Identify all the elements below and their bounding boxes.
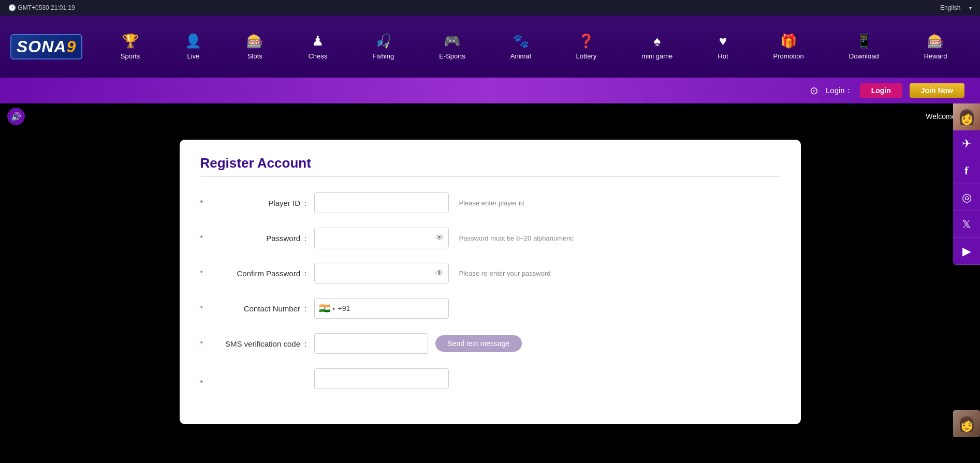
download-icon: 📱	[856, 33, 872, 49]
lottery-label: Lottery	[576, 52, 597, 60]
esports-label: E-Sports	[439, 52, 465, 60]
confirm-password-eye-button[interactable]: 👁	[435, 268, 444, 278]
player-id-label: * Player ID :	[200, 199, 314, 207]
password-hint: Password must be 8~20 alphanumeric	[459, 234, 574, 242]
fishing-label: Fishing	[372, 52, 394, 60]
avatar-top: 👩	[953, 103, 980, 130]
clock-icon: 🕐	[8, 4, 16, 11]
register-card: Register Account * Player ID : Please en…	[180, 140, 801, 424]
join-now-button[interactable]: Join Now	[910, 83, 964, 98]
password-input[interactable]	[314, 228, 449, 248]
flag-caret: ▾	[332, 306, 335, 311]
required-star-5: *	[200, 339, 203, 348]
sms-input-col: Send text message	[314, 333, 522, 354]
time-display: 🕐 GMT+0530 21:01:19	[8, 4, 75, 11]
confirm-password-input[interactable]	[314, 263, 449, 283]
required-star: *	[200, 199, 203, 207]
country-selector[interactable]: 🇮🇳 ▾	[319, 303, 335, 314]
confirm-password-input-wrap: 👁	[314, 263, 449, 283]
player-id-input-col	[314, 192, 449, 213]
live-label: Live	[187, 52, 199, 60]
minigame-icon: ♠	[653, 33, 661, 49]
nav-item-sports[interactable]: 🏆 Sports	[116, 33, 144, 60]
player-id-input[interactable]	[314, 192, 449, 213]
nav-item-download[interactable]: 📱 Download	[845, 33, 883, 60]
confirm-password-label: * Confirm Password :	[200, 269, 314, 278]
language-dropdown[interactable]: English हिन्दी	[940, 4, 968, 11]
lottery-icon: ❓	[578, 33, 594, 49]
sms-label: * SMS verification code :	[200, 339, 314, 348]
sound-button[interactable]: 🔊	[7, 108, 25, 125]
player-id-row: * Player ID : Please enter player id	[200, 192, 780, 213]
nav-item-slots[interactable]: 🎰 Slots	[242, 33, 267, 60]
promotion-icon: 🎁	[780, 33, 797, 49]
banner-area: 🔊 Welcome to So	[0, 103, 980, 129]
reward-icon: 🎰	[927, 33, 944, 49]
nav-item-fishing[interactable]: 🎣 Fishing	[368, 33, 398, 60]
contact-number-row: * Contact Number : 🇮🇳 ▾ +91	[200, 298, 780, 319]
nav-item-chess[interactable]: ♟ Chess	[304, 33, 331, 60]
confirm-password-input-col: 👁	[314, 263, 449, 283]
password-row: * Password : 👁 Password must be 8~20 alp…	[200, 228, 780, 248]
animal-icon: 🐾	[513, 33, 529, 49]
required-star-2: *	[200, 234, 203, 242]
reward-label: Reward	[924, 52, 947, 60]
telegram-button[interactable]: ✈	[953, 130, 980, 157]
nav-item-hot[interactable]: ♥ Hot	[713, 33, 732, 60]
nav-item-minigame[interactable]: ♠ mini game	[637, 33, 677, 60]
contact-number-label: * Contact Number :	[200, 304, 314, 313]
youtube-button[interactable]: ▶	[953, 238, 980, 265]
nav-item-promotion[interactable]: 🎁 Promotion	[769, 33, 808, 60]
player-id-hint: Please enter player id	[459, 199, 524, 207]
password-label: * Password :	[200, 234, 314, 243]
extra-input[interactable]	[314, 368, 449, 389]
download-label: Download	[849, 52, 879, 60]
nav-item-esports[interactable]: 🎮 E-Sports	[435, 33, 470, 60]
animal-label: Animal	[510, 52, 531, 60]
password-input-wrap: 👁	[314, 228, 449, 248]
twitter-button[interactable]: 𝕏	[953, 211, 980, 238]
extra-row: *	[200, 368, 780, 389]
sms-row: * SMS verification code : Send text mess…	[200, 333, 780, 354]
site-logo[interactable]: SONA9	[10, 34, 82, 59]
register-title: Register Account	[200, 155, 780, 171]
slots-icon: 🎰	[246, 33, 263, 49]
login-bar: ⊙ Login： Login Join Now	[0, 78, 980, 103]
live-icon: 👤	[185, 33, 201, 49]
hot-icon: ♥	[719, 33, 727, 49]
flag-emoji: 🇮🇳	[319, 303, 330, 314]
nav-item-animal[interactable]: 🐾 Animal	[506, 33, 535, 60]
social-sidebar: 👩 ✈ f ◎ 𝕏 ▶	[953, 103, 980, 265]
nav-item-lottery[interactable]: ❓ Lottery	[572, 33, 601, 60]
nav-item-live[interactable]: 👤 Live	[181, 33, 206, 60]
facebook-button[interactable]: f	[953, 157, 980, 184]
hot-label: Hot	[718, 52, 728, 60]
phone-code: +91	[338, 304, 350, 312]
minigame-label: mini game	[641, 52, 672, 60]
login-button[interactable]: Login	[860, 83, 902, 98]
nav-item-reward[interactable]: 🎰 Reward	[920, 33, 952, 60]
instagram-button[interactable]: ◎	[953, 184, 980, 211]
sms-code-input[interactable]	[314, 333, 428, 354]
chess-icon: ♟	[312, 33, 324, 49]
form-divider	[200, 176, 780, 177]
promotion-label: Promotion	[773, 52, 804, 60]
slots-label: Slots	[247, 52, 262, 60]
confirm-password-hint: Please re-enter your password	[459, 270, 551, 277]
top-bar: 🕐 GMT+0530 21:01:19 English हिन्दी	[0, 0, 980, 16]
sports-label: Sports	[121, 52, 140, 60]
login-icon: ⊙	[810, 84, 818, 97]
main-navbar: SONA9 🏆 Sports 👤 Live 🎰 Slots ♟ Chess 🎣 …	[0, 16, 980, 78]
main-content: Register Account * Player ID : Please en…	[0, 129, 980, 445]
password-input-col: 👁	[314, 228, 449, 248]
sports-icon: 🏆	[122, 33, 139, 49]
contact-number-input-col: 🇮🇳 ▾ +91	[314, 298, 449, 319]
nav-items: 🏆 Sports 👤 Live 🎰 Slots ♟ Chess 🎣 Fishin…	[98, 33, 970, 60]
required-star-4: *	[200, 304, 203, 312]
phone-number-input[interactable]	[352, 304, 444, 312]
password-eye-button[interactable]: 👁	[435, 233, 444, 243]
language-selector[interactable]: English हिन्दी	[940, 4, 972, 11]
esports-icon: 🎮	[444, 33, 460, 49]
send-sms-button[interactable]: Send text message	[435, 335, 522, 352]
fishing-icon: 🎣	[375, 33, 391, 49]
